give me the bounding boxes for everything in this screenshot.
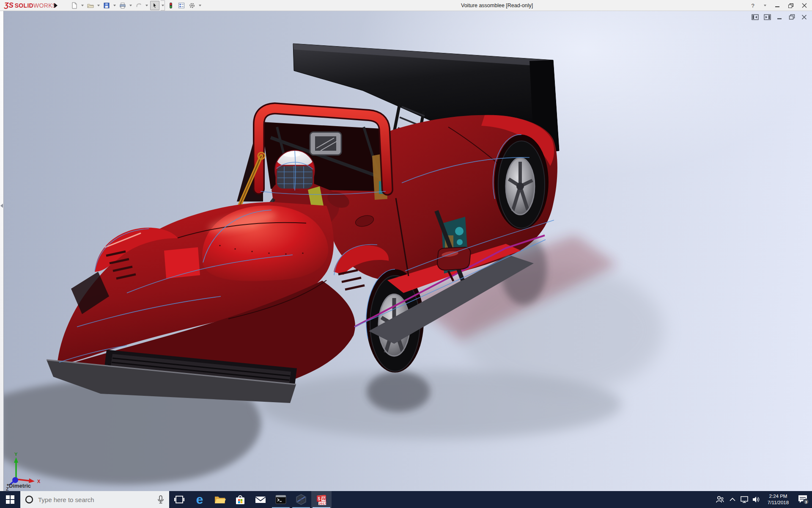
open-folder-icon (87, 2, 94, 9)
close-button[interactable] (801, 1, 808, 10)
doc-close-icon (801, 14, 807, 20)
people-button[interactable] (713, 491, 727, 508)
show-left-panel-button[interactable] (751, 14, 759, 20)
show-right-panel-button[interactable] (763, 14, 771, 20)
open-dropdown[interactable] (96, 1, 101, 10)
chevron-up-icon (729, 497, 736, 502)
car-model-render[interactable] (0, 11, 812, 491)
doc-restore-icon (789, 14, 795, 20)
restore-icon (788, 5, 792, 8)
tray-time: 2:24 PM (769, 493, 787, 500)
3d-viewer-hexagon-icon (295, 494, 307, 505)
action-center-icon: 3 (797, 494, 809, 505)
panel-arrow-left-icon (752, 14, 759, 20)
doc-minimize-icon (777, 14, 782, 20)
taskbar: e S W 2017 (0, 491, 812, 508)
volume-button[interactable] (750, 491, 762, 508)
minimize-button[interactable] (774, 1, 781, 10)
sw-letter-w: W (322, 497, 326, 501)
taskbar-search[interactable] (20, 491, 169, 508)
taskbar-app-mail[interactable] (250, 491, 271, 508)
command-prompt-icon (275, 494, 287, 505)
select-tool-dropdown[interactable] (161, 0, 165, 11)
side-mirror (437, 247, 470, 270)
triad-x-label: X (37, 479, 41, 484)
solidworks-brand-bold: SOLID (15, 2, 33, 9)
cortana-circle-icon (25, 495, 34, 504)
print-button[interactable] (118, 1, 127, 10)
gear-icon (189, 2, 195, 9)
edge-icon: e (196, 493, 203, 506)
new-document-button[interactable] (70, 1, 79, 10)
tray-overflow-button[interactable] (727, 491, 738, 508)
microphone-icon[interactable] (156, 495, 165, 504)
rebuild-button[interactable] (166, 1, 176, 10)
print-dropdown[interactable] (129, 1, 133, 10)
network-button[interactable] (738, 491, 750, 508)
solidworks-logo: ƷS SOLIDWORKS (4, 1, 56, 10)
start-button[interactable] (0, 491, 20, 508)
select-cursor-icon (151, 2, 158, 9)
view-orientation-label: *Dimetric (7, 483, 31, 489)
sw-year: 2017 (319, 502, 326, 505)
system-tray: 2:24 PM 7/11/2018 3 (713, 491, 812, 508)
taskbar-app-edge[interactable]: e (189, 491, 210, 508)
help-button[interactable]: ? (749, 1, 756, 10)
feature-panel-collapsed[interactable] (0, 11, 4, 491)
document-title: Voiture assomblee [Read-only] (461, 3, 533, 8)
panel-expand-arrow-icon[interactable] (0, 204, 3, 208)
solidworks-brand-light: WORKS (33, 2, 56, 9)
new-document-dropdown[interactable] (80, 1, 85, 10)
sw-letter-s: S (318, 497, 321, 501)
rebuild-traffic-light-icon (167, 2, 174, 9)
panel-arrow-right-icon (764, 14, 771, 20)
taskbar-app-3d-viewer[interactable] (291, 491, 311, 508)
solidworks-3s-glyph: ƷS (4, 1, 14, 10)
right-triangle-icon (54, 3, 58, 8)
taskbar-app-solidworks[interactable]: S W 2017 (311, 491, 332, 508)
3d-viewport[interactable]: Y X Z *Dimetric (0, 11, 812, 491)
minimize-icon (775, 6, 779, 7)
store-icon (235, 494, 246, 505)
doc-restore-button[interactable] (788, 14, 796, 20)
menu-expand-button[interactable] (54, 2, 60, 9)
options-dropdown[interactable] (198, 1, 202, 10)
undo-button[interactable] (134, 1, 143, 10)
save-dropdown[interactable] (112, 1, 117, 10)
search-input[interactable] (38, 496, 152, 503)
taskbar-app-file-explorer[interactable] (210, 491, 230, 508)
new-document-icon (71, 2, 78, 9)
doc-close-button[interactable] (800, 14, 808, 20)
printer-icon (119, 2, 126, 9)
tray-date: 7/11/2018 (768, 500, 789, 506)
action-center-button[interactable]: 3 (794, 491, 812, 508)
taskbar-app-store[interactable] (230, 491, 250, 508)
task-view-icon (174, 494, 185, 505)
restore-button[interactable] (787, 1, 794, 10)
app-titlebar: ƷS SOLIDWORKS (0, 0, 812, 11)
quick-access-toolbar (70, 0, 202, 11)
rear-right-wheel (494, 135, 549, 229)
undo-dropdown[interactable] (145, 1, 149, 10)
desktop: ƷS SOLIDWORKS (0, 0, 812, 508)
doc-minimize-button[interactable] (776, 14, 783, 20)
network-icon (740, 496, 749, 503)
triad-y-label: Y (14, 452, 18, 457)
select-tool-button[interactable] (150, 1, 159, 10)
solidworks-2017-icon: S W 2017 (315, 493, 328, 506)
clock[interactable]: 2:24 PM 7/11/2018 (762, 491, 794, 508)
help-dropdown[interactable] (763, 1, 767, 10)
display-settings-icon (178, 2, 185, 9)
file-explorer-icon (214, 494, 226, 505)
open-button[interactable] (86, 1, 95, 10)
save-button[interactable] (102, 1, 111, 10)
task-view-button[interactable] (169, 491, 189, 508)
windows-start-icon (5, 495, 15, 504)
display-settings-button[interactable] (177, 1, 186, 10)
taskbar-app-cmd[interactable] (271, 491, 291, 508)
mail-icon (255, 494, 266, 505)
people-icon (715, 495, 724, 504)
speaker-icon (752, 496, 760, 503)
options-button[interactable] (187, 1, 197, 10)
undo-arrow-icon (135, 2, 142, 9)
